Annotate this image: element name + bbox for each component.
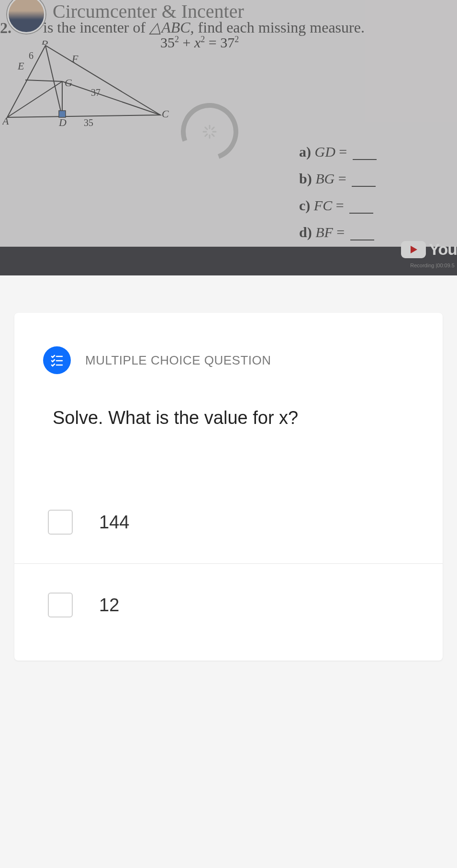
measure-d: d) BF = — [299, 224, 377, 240]
spinner-icon — [202, 125, 217, 139]
svg-line-3 — [62, 81, 160, 115]
measures-list: a) GD = b) BG = c) FC = d) BF = — [299, 144, 377, 251]
eq-rhs: 37 — [220, 34, 234, 50]
subtitle-pre: is the incenter of — [43, 19, 149, 36]
multiple-choice-icon — [43, 346, 71, 374]
measure-d-eq: = — [336, 224, 345, 240]
svg-line-12 — [212, 134, 214, 136]
measure-b: b) BG = — [299, 171, 377, 187]
vertex-c: C — [162, 108, 169, 120]
measure-c-blank — [349, 213, 373, 214]
eq-rhsexp: 2 — [234, 34, 239, 44]
subtitle-triangle: △ABC, — [149, 19, 194, 36]
svg-line-13 — [205, 134, 207, 136]
presenter-avatar — [7, 0, 45, 34]
eq-exp1: 2 — [175, 34, 179, 44]
measure-d-letter: d) — [299, 224, 312, 240]
point-g: G — [65, 77, 72, 89]
loading-spinner — [181, 103, 238, 160]
measure-b-eq: = — [338, 171, 346, 186]
svg-line-14 — [212, 127, 214, 129]
eq-var: x — [194, 34, 201, 50]
triangle-diagram: A B C D E F G 6 37 35 — [2, 41, 170, 132]
vertex-a: A — [2, 115, 9, 127]
measure-c-seg: FC — [314, 197, 332, 213]
eq-eq: = — [205, 34, 220, 50]
point-e: E — [17, 60, 24, 72]
question-type-label: MULTIPLE CHOICE QUESTION — [85, 353, 271, 368]
youtube-play-icon — [401, 241, 426, 258]
svg-line-11 — [205, 127, 207, 129]
question-text: Solve. What is the value for x? — [53, 408, 414, 428]
measure-c: c) FC = — [299, 197, 377, 214]
option-2-checkbox[interactable] — [48, 593, 73, 617]
question-number: 2. — [0, 19, 11, 37]
svg-line-5 — [25, 80, 62, 81]
equation: 352 + x2 = 372 — [160, 34, 239, 51]
video-player-area[interactable]: 2. Circumcenter & Incenter is the incent… — [0, 0, 457, 275]
label-37: 37 — [91, 87, 100, 98]
option-2[interactable]: 12 — [43, 578, 414, 632]
measure-b-letter: b) — [299, 171, 312, 186]
recording-label: Recording |00:09.5 — [410, 263, 455, 268]
video-frame: 2. Circumcenter & Incenter is the incent… — [0, 0, 457, 275]
measure-a-letter: a) — [299, 144, 311, 160]
video-bottom-bar: You Recording |00:09.5 — [0, 247, 457, 275]
measure-a-seg: GD — [315, 144, 335, 160]
option-divider — [14, 563, 443, 564]
measure-b-seg: BG — [315, 171, 334, 186]
question-card: MULTIPLE CHOICE QUESTION Solve. What is … — [14, 313, 443, 661]
youtube-text: You — [429, 240, 457, 259]
eq-exp2: 2 — [201, 34, 205, 44]
quiz-area: MULTIPLE CHOICE QUESTION Solve. What is … — [0, 275, 457, 661]
measure-a: a) GD = — [299, 144, 377, 160]
measure-b-blank — [352, 186, 376, 187]
vertex-b: B — [42, 41, 48, 47]
question-type-row: MULTIPLE CHOICE QUESTION — [43, 346, 414, 374]
option-1-checkbox[interactable] — [48, 510, 73, 535]
measure-a-blank — [353, 159, 377, 160]
eq-plus: + — [179, 34, 194, 50]
measure-a-eq: = — [339, 144, 347, 160]
point-f: F — [71, 53, 78, 65]
point-d: D — [58, 116, 67, 128]
measure-c-eq: = — [336, 197, 344, 213]
measure-c-letter: c) — [299, 197, 310, 213]
label-35: 35 — [84, 117, 93, 128]
label-6: 6 — [29, 50, 33, 61]
option-1-text: 144 — [99, 512, 129, 533]
option-2-text: 12 — [99, 595, 119, 616]
video-subtitle: is the incenter of △ABC, find each missi… — [43, 18, 365, 36]
measure-d-seg: BF — [315, 224, 333, 240]
svg-line-1 — [7, 81, 62, 117]
list-check-icon — [50, 354, 64, 367]
youtube-badge[interactable]: You — [401, 240, 457, 259]
subtitle-post: find each missing measure. — [194, 19, 365, 36]
option-1[interactable]: 144 — [43, 495, 414, 549]
measure-d-blank — [350, 240, 374, 240]
